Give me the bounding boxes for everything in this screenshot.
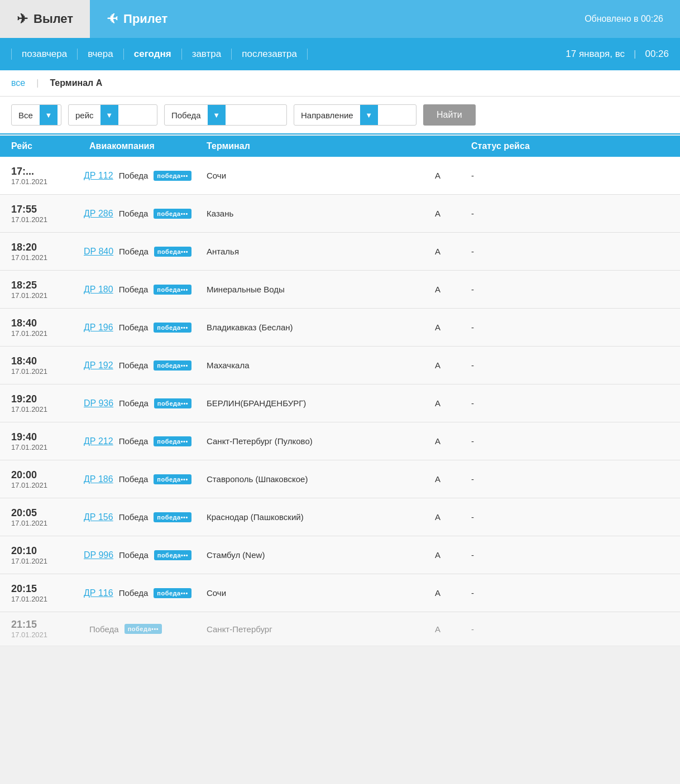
airline-logo: победа••• — [124, 624, 162, 634]
airline-name: Победа — [119, 588, 149, 598]
airline-logo: победа••• — [154, 512, 191, 522]
airline-col: ДР 186 Победа победа••• — [84, 474, 207, 484]
time-col: 20:05 17.01.2021 — [11, 507, 84, 527]
airline-logo: победа••• — [154, 171, 191, 181]
status-col: - — [471, 474, 669, 484]
airline-col: ДР 116 Победа победа••• — [84, 588, 207, 598]
airline-col: DP 840 Победа победа••• — [84, 247, 207, 257]
flight-num[interactable]: DP 936 — [84, 398, 113, 408]
terminal-col: А — [404, 624, 471, 634]
flight-num[interactable]: ДР 192 — [84, 360, 113, 371]
terminal-col: А — [404, 209, 471, 218]
airline-col: ДР 286 Победа победа••• — [84, 209, 207, 219]
table-row: 20:10 17.01.2021 DP 996 Победа победа•••… — [0, 536, 680, 574]
date-info: 17 января, вс | 00:26 — [566, 49, 669, 60]
airline-name: Победа — [119, 360, 149, 370]
flight-num[interactable]: ДР 180 — [84, 285, 113, 295]
find-button[interactable]: Найти — [423, 104, 476, 126]
departure-icon: ✈ — [17, 11, 28, 27]
time-col: 17:55 17.01.2021 — [11, 204, 84, 224]
status-col: - — [471, 588, 669, 598]
airline-col: ДР 192 Победа победа••• — [84, 360, 207, 371]
date-nav-links: позавчера вчера сегодня завтра послезавт… — [11, 49, 566, 60]
current-date: 17 января, вс — [566, 49, 625, 60]
flight-num[interactable]: ДР 286 — [84, 209, 113, 219]
filters-bar: Все ▼ рейс ▼ Победа ▼ Направление ▼ Найт… — [0, 97, 680, 134]
time-col: 21:15 17.01.2021 — [11, 619, 84, 639]
date-link-pozavchera[interactable]: позавчера — [11, 49, 78, 60]
status-col: - — [471, 436, 669, 446]
airline-logo: победа••• — [154, 360, 191, 371]
airline-filter[interactable]: Победа ▼ — [164, 104, 287, 126]
flight-num[interactable]: ДР 212 — [84, 436, 113, 446]
date-link-zavtra[interactable]: завтра — [182, 49, 232, 60]
flight-num[interactable]: ДР 186 — [84, 474, 113, 484]
terminal-col: А — [404, 512, 471, 522]
airline-name: Победа — [119, 550, 149, 560]
direction-filter-label: Направление — [294, 110, 360, 120]
airline-col: ДР 212 Победа победа••• — [84, 436, 207, 446]
destination-col: Сочи — [207, 171, 404, 180]
flight-num[interactable]: DP 996 — [84, 550, 113, 560]
table-row: 17:... 17.01.2021 ДР 112 Победа победа••… — [0, 157, 680, 195]
airline-col: ДР 180 Победа победа••• — [84, 285, 207, 295]
type-filter-arrow: ▼ — [40, 105, 58, 125]
flight-num[interactable]: ДР 112 — [84, 171, 113, 181]
airline-name: Победа — [119, 209, 149, 218]
airline-col: DP 996 Победа победа••• — [84, 550, 207, 560]
terminal-col: А — [404, 436, 471, 446]
flight-filter[interactable]: рейс ▼ — [68, 104, 157, 126]
destination-col: Ставрополь (Шпаковское) — [207, 474, 404, 484]
current-time: 00:26 — [645, 49, 669, 60]
destination-col: Минеральные Воды — [207, 285, 404, 294]
airline-name: Победа — [119, 512, 149, 522]
type-filter[interactable]: Все ▼ — [11, 104, 61, 126]
terminal-a-link[interactable]: Терминал А — [50, 78, 102, 88]
date-link-vchera[interactable]: вчера — [78, 49, 124, 60]
airline-col: ДР 112 Победа победа••• — [84, 171, 207, 181]
airline-name: Победа — [89, 624, 119, 634]
tab-arrival[interactable]: ✈ Прилет — [90, 0, 184, 38]
status-col: - — [471, 323, 669, 332]
table-row: 19:40 17.01.2021 ДР 212 Победа победа•••… — [0, 422, 680, 460]
table-row: 20:05 17.01.2021 ДР 156 Победа победа•••… — [0, 498, 680, 536]
table-header: Рейс Авиакомпания Терминал Статус рейса — [0, 136, 680, 157]
terminal-all-link[interactable]: все — [11, 78, 25, 88]
date-link-segodnya[interactable]: сегодня — [124, 49, 182, 60]
airline-name: Победа — [119, 247, 149, 256]
type-filter-label: Все — [12, 110, 40, 120]
table-row: 18:25 17.01.2021 ДР 180 Победа победа•••… — [0, 271, 680, 309]
airline-col: ДР 156 Победа победа••• — [84, 512, 207, 522]
flight-num[interactable]: ДР 116 — [84, 588, 113, 598]
flight-num[interactable]: ДР 156 — [84, 512, 113, 522]
airline-logo: победа••• — [154, 398, 191, 408]
airline-col: Победа победа••• — [84, 624, 207, 634]
flight-filter-arrow: ▼ — [100, 105, 118, 125]
direction-filter[interactable]: Направление ▼ — [294, 104, 416, 126]
status-col: - — [471, 550, 669, 560]
destination-col: Анталья — [207, 247, 404, 256]
tab-departure[interactable]: ✈ Вылет — [0, 0, 90, 38]
terminal-bar: все | Терминал А — [0, 70, 680, 97]
table-row: 18:40 17.01.2021 ДР 192 Победа победа•••… — [0, 347, 680, 384]
airline-logo: победа••• — [154, 436, 191, 446]
date-nav: позавчера вчера сегодня завтра послезавт… — [0, 38, 680, 70]
tabs-bar: ✈ Вылет ✈ Прилет Обновлено в 00:26 — [0, 0, 680, 38]
time-col: 18:20 17.01.2021 — [11, 242, 84, 262]
table-row: 20:00 17.01.2021 ДР 186 Победа победа•••… — [0, 460, 680, 498]
time-col: 20:00 17.01.2021 — [11, 469, 84, 489]
terminal-col: А — [404, 247, 471, 256]
flight-num[interactable]: ДР 196 — [84, 323, 113, 333]
flight-num[interactable]: DP 840 — [84, 247, 113, 257]
status-col: - — [471, 209, 669, 218]
airline-name: Победа — [119, 171, 149, 180]
table-row: 18:40 17.01.2021 ДР 196 Победа победа•••… — [0, 309, 680, 347]
col-airline: Авиакомпания — [84, 141, 207, 151]
date-link-poslezavtra[interactable]: послезавтра — [232, 49, 308, 60]
status-col: - — [471, 360, 669, 370]
airline-col: DP 936 Победа победа••• — [84, 398, 207, 408]
col-terminal: Терминал — [207, 141, 404, 151]
col-status: Статус рейса — [471, 141, 669, 151]
direction-filter-arrow: ▼ — [360, 105, 378, 125]
terminal-col: А — [404, 360, 471, 370]
